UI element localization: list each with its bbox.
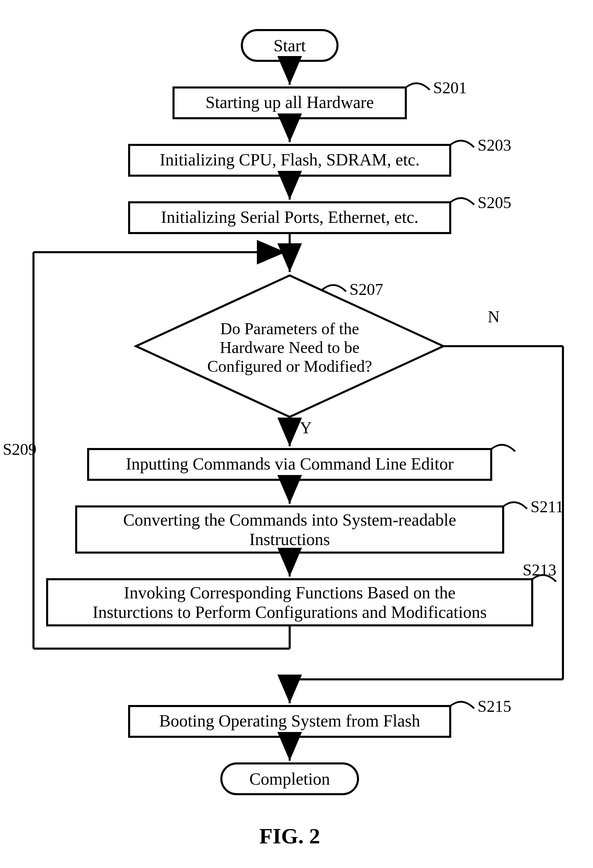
s207-line3: Configured or Modified? bbox=[207, 357, 372, 375]
s209-text: Inputting Commands via Command Line Edit… bbox=[126, 454, 454, 473]
process-s209: Inputting Commands via Command Line Edit… bbox=[3, 440, 515, 480]
s213-line1: Invoking Corresponding Functions Based o… bbox=[124, 583, 456, 602]
s213-ref: S213 bbox=[523, 561, 556, 579]
s203-text: Initializing CPU, Flash, SDRAM, etc. bbox=[159, 150, 419, 169]
completion-node: Completion bbox=[221, 763, 358, 794]
process-s205: Initializing Serial Ports, Ethernet, etc… bbox=[129, 193, 511, 233]
s211-line2: Instructions bbox=[249, 530, 330, 549]
ref-curve bbox=[450, 141, 474, 147]
process-s211: Converting the Commands into System-read… bbox=[76, 497, 563, 552]
ref-curve bbox=[491, 445, 515, 452]
s207-line1: Do Parameters of the bbox=[220, 319, 359, 338]
flowchart-diagram: Start Starting up all Hardware S201 Init… bbox=[3, 3, 590, 868]
start-label: Start bbox=[274, 36, 306, 55]
ref-curve bbox=[450, 702, 474, 709]
no-label: N bbox=[488, 307, 500, 326]
s205-text: Initializing Serial Ports, Ethernet, etc… bbox=[161, 207, 419, 227]
s209-ref: S209 bbox=[3, 440, 37, 458]
figure-caption: FIG. 2 bbox=[259, 824, 320, 848]
ref-curve bbox=[503, 502, 527, 509]
s201-ref: S201 bbox=[433, 78, 467, 97]
s207-ref: S207 bbox=[350, 280, 383, 298]
s207-line2: Hardware Need to be bbox=[220, 338, 359, 356]
completion-label: Completion bbox=[249, 769, 330, 788]
s211-ref: S211 bbox=[531, 497, 563, 516]
ref-curve bbox=[450, 198, 474, 205]
ref-curve bbox=[406, 83, 430, 90]
s213-line2: Insturctions to Perform Configurations a… bbox=[93, 602, 487, 621]
s205-ref: S205 bbox=[478, 193, 511, 211]
s203-ref: S203 bbox=[478, 136, 511, 154]
s215-text: Booting Operating System from Flash bbox=[159, 711, 420, 730]
s215-ref: S215 bbox=[478, 697, 511, 715]
yes-label: Y bbox=[300, 419, 312, 437]
process-s201: Starting up all Hardware S201 bbox=[174, 78, 467, 118]
start-node: Start bbox=[242, 30, 338, 61]
process-s215: Booting Operating System from Flash S215 bbox=[129, 697, 511, 737]
process-s213: Invoking Corresponding Functions Based o… bbox=[47, 561, 556, 625]
s211-line1: Converting the Commands into System-read… bbox=[123, 510, 456, 529]
s201-text: Starting up all Hardware bbox=[206, 93, 374, 112]
process-s203: Initializing CPU, Flash, SDRAM, etc. S20… bbox=[129, 136, 511, 176]
ref-curve bbox=[322, 285, 346, 291]
decision-s207: Do Parameters of the Hardware Need to be… bbox=[136, 275, 443, 417]
